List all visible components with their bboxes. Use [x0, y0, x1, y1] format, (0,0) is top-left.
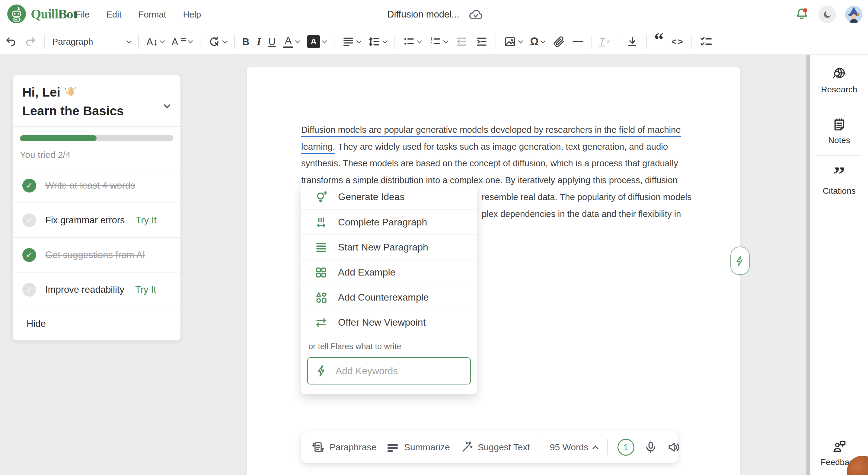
insert-image-button[interactable] — [504, 35, 522, 48]
paragraph-lines-icon — [314, 241, 328, 254]
menu-item-add-example[interactable]: Add Example — [301, 259, 477, 285]
indent-icon — [475, 35, 488, 48]
align-button[interactable] — [342, 35, 361, 48]
undo-button[interactable] — [5, 36, 17, 48]
numbered-list-button[interactable]: 12 — [429, 35, 447, 48]
outdent-button[interactable] — [455, 35, 468, 48]
chevron-down-icon — [540, 38, 546, 43]
divider — [691, 35, 692, 49]
font-size-button[interactable]: A↕ — [146, 37, 164, 47]
paraphrase-button[interactable]: Paraphrase — [311, 441, 376, 454]
editor-line[interactable]: learning.They are widely used for tasks … — [301, 140, 676, 153]
complete-paragraph-icon — [314, 216, 328, 229]
task-check-icon[interactable]: ✓ — [22, 179, 36, 193]
task-check-icon[interactable]: ✓ — [22, 248, 36, 262]
task-row[interactable]: ✓ Get suggestions from AI — [13, 237, 181, 272]
notifications-bell-icon[interactable] — [794, 7, 809, 22]
right-sidebar: Research Notes ” Citations Feedback — [810, 55, 868, 475]
progress-fill — [20, 135, 97, 141]
avatar[interactable] — [845, 6, 863, 23]
download-button[interactable] — [626, 35, 639, 48]
editor-line[interactable]: synthesis. These models are based on the… — [301, 157, 676, 169]
divider — [607, 439, 608, 455]
task-row[interactable]: ✓ Write at least 4 words — [13, 168, 181, 202]
indent-button[interactable] — [475, 35, 488, 48]
summarize-button[interactable]: Summarize — [386, 441, 450, 454]
menu-item-offer-new-viewpoint[interactable]: Offer New Viewpoint — [301, 310, 477, 335]
menu-bar: File Edit Format Help — [75, 0, 201, 29]
swap-arrows-icon — [314, 316, 328, 329]
task-check-icon[interactable]: ✓ — [22, 213, 36, 227]
menu-file[interactable]: File — [75, 10, 90, 20]
dark-mode-toggle[interactable] — [818, 6, 836, 23]
chevron-down-icon — [443, 38, 448, 43]
greeting-text: Hi, Lei — [22, 85, 60, 100]
undo-icon — [5, 36, 17, 48]
chevron-down-icon — [322, 38, 327, 43]
try-it-link[interactable]: Try It — [136, 215, 157, 226]
sidebar-item-citations[interactable]: ” Citations — [810, 156, 868, 206]
task-check-icon[interactable]: ✓ — [22, 283, 36, 297]
vertical-scrollbar[interactable] — [806, 55, 810, 475]
editor-line-partial[interactable]: resemble real data. The popularity of di… — [482, 191, 676, 203]
document-title[interactable]: Diffusion model... — [387, 9, 459, 20]
line-spacing-button[interactable] — [368, 35, 387, 48]
word-count-button[interactable]: 95 Words — [550, 442, 597, 452]
checklist-button[interactable] — [700, 35, 713, 48]
menu-help[interactable]: Help — [183, 10, 201, 20]
flares-trigger-button[interactable] — [731, 247, 750, 275]
blockquote-button[interactable]: “ — [654, 36, 664, 47]
bullet-list-button[interactable] — [403, 35, 421, 48]
editor-line-partial[interactable]: plex dependencies in the data and their … — [482, 208, 676, 220]
sidebar-item-research[interactable]: Research — [810, 55, 868, 105]
menu-item-start-new-paragraph[interactable]: Start New Paragraph — [301, 234, 477, 259]
sidebar-item-notes[interactable]: Notes — [810, 105, 868, 155]
divider — [539, 439, 540, 455]
text-color-button[interactable]: A — [283, 35, 300, 48]
hide-button[interactable]: Hide — [13, 307, 181, 340]
menu-format[interactable]: Format — [138, 10, 166, 20]
topbar: QuillBot File Edit Format Help Diffusion… — [0, 0, 868, 29]
task-row[interactable]: ✓ Fix grammar errors Try It — [13, 202, 181, 237]
moon-icon — [823, 10, 832, 19]
clear-formatting-button[interactable]: T× — [599, 36, 610, 48]
workspace: Hi, Lei Learn the Basics You tried 2/4 ✓… — [0, 55, 868, 475]
progress-label: You tried 2/4 — [13, 143, 181, 168]
font-style-button[interactable]: A — [172, 37, 192, 47]
microphone-icon[interactable] — [644, 441, 657, 454]
color-bar — [283, 46, 293, 48]
line-spacing-icon — [368, 35, 381, 48]
lightning-icon — [734, 255, 746, 267]
code-block-button[interactable]: <> — [672, 36, 684, 47]
progress-section — [13, 126, 181, 143]
paraphrase-tool-button[interactable] — [208, 35, 227, 48]
add-keywords-input[interactable] — [307, 357, 471, 384]
special-characters-button[interactable]: Ω — [530, 36, 545, 47]
task-row[interactable]: ✓ Improve readability Try It — [13, 272, 181, 307]
suggest-text-button[interactable]: Suggest Text — [460, 441, 530, 454]
lightbulb-sparkle-icon — [314, 190, 328, 204]
paragraph-style-select[interactable]: Paragraph — [52, 37, 131, 47]
rephrase-icon — [208, 35, 221, 48]
menu-item-complete-paragraph[interactable]: Complete Paragraph — [301, 210, 477, 234]
speaker-icon[interactable] — [667, 441, 680, 454]
insert-link-button[interactable] — [552, 35, 565, 48]
highlight-color-button[interactable]: A — [307, 35, 326, 48]
bold-button[interactable]: B — [242, 37, 250, 47]
horizontal-rule-button[interactable] — [572, 41, 583, 42]
quillbot-logo[interactable]: QuillBot — [7, 4, 77, 24]
horizontal-rule-icon — [572, 41, 583, 42]
menu-edit[interactable]: Edit — [106, 10, 122, 20]
underline-button[interactable]: U — [268, 37, 276, 47]
menu-item-add-counterexample[interactable]: Add Counterexample — [301, 285, 477, 310]
sentence-count-badge[interactable]: 1 — [618, 439, 634, 456]
redo-button[interactable] — [25, 36, 36, 48]
outdent-icon — [455, 35, 468, 48]
cloud-saved-icon — [468, 8, 484, 21]
italic-button[interactable]: I — [257, 37, 261, 47]
try-it-link[interactable]: Try It — [135, 284, 156, 295]
editor-line[interactable]: Diffusion models are popular generative … — [301, 123, 676, 136]
divider — [646, 35, 647, 49]
learn-basics-header[interactable]: Hi, Lei Learn the Basics — [13, 75, 181, 126]
menu-item-generate-ideas[interactable]: Generate Ideas — [301, 184, 477, 210]
